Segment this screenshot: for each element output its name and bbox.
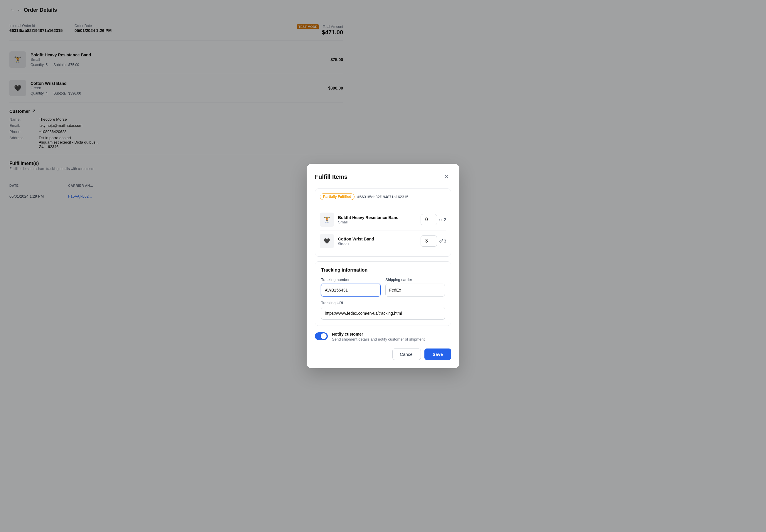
fulfill-modal: Fulfill Items ✕ Partially Fulfilled #663… <box>307 164 459 368</box>
notify-text: Notify customer Send shipment details an… <box>332 332 425 341</box>
modal-item-qty-2: of 3 <box>421 235 446 247</box>
modal-item-qty-input-2[interactable] <box>421 235 437 247</box>
modal-item-name-1: Boldfit Heavy Resistance Band <box>338 215 399 220</box>
save-button[interactable]: Save <box>425 349 451 360</box>
modal-item-variant-2: Green <box>338 241 374 246</box>
shipping-carrier-group: Shipping carrier <box>386 277 445 297</box>
cancel-button[interactable]: Cancel <box>393 349 421 360</box>
modal-item-qty-1: of 2 <box>421 214 446 225</box>
modal-item-qty-input-1[interactable] <box>421 214 437 225</box>
modal-item-variant-1: Small <box>338 220 399 224</box>
tracking-url-input[interactable] <box>321 307 445 320</box>
partial-fulfilled-badge: Partially Fulfilled <box>320 193 354 200</box>
modal-item-info-1: Boldfit Heavy Resistance Band Small <box>338 215 399 224</box>
modal-close-button[interactable]: ✕ <box>442 172 451 181</box>
tracking-number-group: Tracking number <box>321 277 380 297</box>
notify-description: Send shipment details and notify custome… <box>332 337 425 341</box>
tracking-url-label: Tracking URL <box>321 301 445 305</box>
modal-item-qty-of-2: of 3 <box>440 239 446 243</box>
shipping-carrier-input[interactable] <box>386 284 445 297</box>
modal-item-row-2: 🖤 Cotton Wrist Band Green of 3 <box>320 230 446 252</box>
tracking-url-group: Tracking URL <box>321 301 445 320</box>
modal-footer: Cancel Save <box>315 349 451 360</box>
order-card: Partially Fulfilled #6631f5ab82f194871a1… <box>315 188 451 257</box>
modal-overlay: Fulfill Items ✕ Partially Fulfilled #663… <box>0 0 766 532</box>
modal-item-row-1: 🏋 Boldfit Heavy Resistance Band Small of… <box>320 209 446 230</box>
tracking-form-row-1: Tracking number Shipping carrier <box>321 277 445 297</box>
modal-item-image-1: 🏋 <box>320 213 334 227</box>
modal-item-info-2: Cotton Wrist Band Green <box>338 237 374 246</box>
close-icon: ✕ <box>444 173 449 180</box>
modal-item-image-2: 🖤 <box>320 234 334 248</box>
tracking-number-input[interactable] <box>321 284 380 297</box>
shipping-carrier-label: Shipping carrier <box>386 277 445 282</box>
modal-order-id: #6631f5ab82f194871a162315 <box>357 195 409 199</box>
modal-item-name-2: Cotton Wrist Band <box>338 237 374 241</box>
tracking-number-label: Tracking number <box>321 277 380 282</box>
tracking-title: Tracking information <box>321 267 445 273</box>
toggle-thumb <box>321 333 326 339</box>
modal-item-qty-of-1: of 2 <box>440 217 446 222</box>
tracking-section: Tracking information Tracking number Shi… <box>315 261 451 326</box>
notify-label: Notify customer <box>332 332 425 336</box>
notify-row: Notify customer Send shipment details an… <box>315 332 451 341</box>
order-card-header: Partially Fulfilled #6631f5ab82f194871a1… <box>320 193 446 204</box>
notify-toggle[interactable] <box>315 332 328 340</box>
modal-header: Fulfill Items ✕ <box>315 172 451 181</box>
modal-title: Fulfill Items <box>315 174 347 180</box>
